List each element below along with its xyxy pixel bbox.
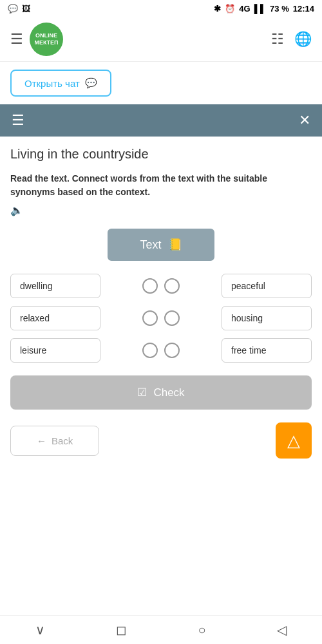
page-title: Living in the countryside bbox=[10, 147, 312, 162]
word-dwelling: dwelling bbox=[10, 274, 100, 298]
image-icon: 🖼 bbox=[22, 4, 30, 14]
logo-line1: ONLINE bbox=[35, 32, 57, 39]
main-content: Living in the countryside Read the text.… bbox=[0, 137, 322, 475]
check-btn-label: Check bbox=[153, 386, 184, 399]
top-nav-right: ☷ 🌐 bbox=[271, 31, 312, 48]
chat-btn-label: Открыть чат bbox=[24, 78, 80, 89]
text-btn-wrap: Text 📒 bbox=[10, 229, 312, 261]
menu-hamburger-button[interactable]: ☰ bbox=[6, 109, 30, 131]
sys-back-button[interactable]: ∨ bbox=[35, 622, 45, 638]
chat-section: Открыть чат 💬 bbox=[0, 62, 322, 104]
circle-right-1[interactable] bbox=[164, 278, 180, 294]
back-arrow-icon: ← bbox=[37, 435, 46, 446]
text-btn-label: Text bbox=[140, 238, 161, 252]
synonym-free-time: free time bbox=[222, 338, 312, 363]
warning-button[interactable]: △ bbox=[276, 422, 312, 459]
check-btn-wrap: ☑ Check bbox=[10, 375, 312, 410]
sys-recent-button[interactable]: ◁ bbox=[277, 622, 287, 638]
grid-icon[interactable]: ☷ bbox=[271, 31, 284, 48]
circle-left-3[interactable] bbox=[142, 343, 158, 358]
check-icon: ☑ bbox=[137, 386, 147, 399]
instruction-label: Read the text. Connect words from the te… bbox=[10, 172, 312, 199]
text-button[interactable]: Text 📒 bbox=[108, 229, 214, 261]
sys-home-button[interactable]: ◻ bbox=[116, 622, 127, 638]
menu-close-button[interactable]: ✕ bbox=[294, 109, 316, 131]
time-label: 12:14 bbox=[293, 4, 314, 14]
warning-icon: △ bbox=[287, 431, 300, 451]
circle-right-3[interactable] bbox=[164, 343, 180, 358]
word-leisure: leisure bbox=[10, 338, 100, 363]
circles-row-3 bbox=[142, 343, 180, 358]
circle-left-1[interactable] bbox=[142, 278, 158, 294]
document-icon: 📒 bbox=[168, 238, 182, 252]
clock-icon: ⏰ bbox=[225, 4, 235, 14]
synonym-housing: housing bbox=[222, 306, 312, 330]
whatsapp-icon: 💬 bbox=[8, 4, 18, 14]
status-left: 💬 🖼 bbox=[8, 4, 30, 14]
bluetooth-icon: ✱ bbox=[214, 4, 221, 14]
bottom-row: ← Back △ bbox=[10, 422, 312, 465]
check-button[interactable]: ☑ Check bbox=[10, 375, 312, 410]
system-bar: ∨ ◻ ○ ◁ bbox=[0, 615, 322, 644]
instruction-text: Read the text. Connect words from the te… bbox=[10, 172, 312, 218]
status-bar: 💬 🖼 ✱ ⏰ 4G ▌▌ 73 % 12:14 bbox=[0, 0, 322, 17]
top-nav-left: ☰ ONLINE МЕКТЕП bbox=[10, 23, 63, 56]
status-right: ✱ ⏰ 4G ▌▌ 73 % 12:14 bbox=[214, 4, 314, 14]
circles-row-2 bbox=[142, 310, 180, 326]
match-row: leisure free time bbox=[10, 338, 312, 363]
top-nav: ☰ ONLINE МЕКТЕП ☷ 🌐 bbox=[0, 17, 322, 62]
synonym-peaceful: peaceful bbox=[222, 274, 312, 298]
matching-area: dwelling peaceful relaxed housing leisur… bbox=[10, 274, 312, 363]
network-label: 4G bbox=[239, 4, 250, 14]
match-row: dwelling peaceful bbox=[10, 274, 312, 298]
sys-circle-button[interactable]: ○ bbox=[198, 623, 206, 638]
circle-right-2[interactable] bbox=[164, 310, 180, 326]
globe-icon[interactable]: 🌐 bbox=[294, 31, 312, 48]
menu-bar: ☰ ✕ bbox=[0, 104, 322, 137]
logo-line2: МЕКТЕП bbox=[34, 39, 58, 46]
battery-label: 73 % bbox=[270, 4, 289, 14]
signal-bars: ▌▌ bbox=[254, 4, 266, 14]
word-relaxed: relaxed bbox=[10, 306, 100, 330]
circles-row-1 bbox=[142, 278, 180, 294]
chat-icon: 💬 bbox=[85, 77, 97, 89]
back-btn-label: Back bbox=[52, 435, 73, 446]
open-chat-button[interactable]: Открыть чат 💬 bbox=[10, 70, 111, 97]
match-row: relaxed housing bbox=[10, 306, 312, 330]
hamburger-icon[interactable]: ☰ bbox=[10, 31, 23, 48]
speaker-icon[interactable]: 🔈 bbox=[10, 203, 23, 218]
back-button[interactable]: ← Back bbox=[10, 426, 99, 456]
logo: ONLINE МЕКТЕП bbox=[30, 23, 63, 56]
circle-left-2[interactable] bbox=[142, 310, 158, 326]
